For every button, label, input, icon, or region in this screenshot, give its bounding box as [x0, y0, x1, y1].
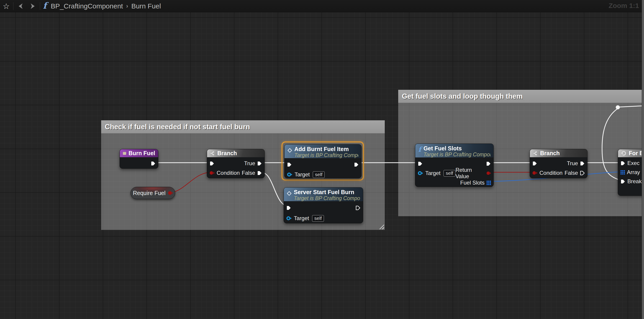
back-button[interactable]	[14, 0, 27, 12]
branch-icon	[210, 151, 215, 156]
bool-out-pin[interactable]	[168, 191, 173, 195]
star-icon: ☆	[3, 2, 10, 10]
breadcrumb: BP_CraftingComponent › Burn Fuel	[51, 2, 161, 10]
node-title: Branch	[540, 150, 560, 156]
fuel-slots-array-pin[interactable]: Fuel Slots	[460, 180, 491, 186]
loop-icon	[621, 150, 626, 156]
event-box-icon	[123, 151, 126, 156]
exec-in-pin[interactable]: Exec	[620, 160, 640, 166]
target-self-value[interactable]: self	[312, 215, 324, 222]
exec-in-pin[interactable]	[286, 206, 291, 210]
exec-out-pin[interactable]	[151, 161, 156, 166]
toolbar-divider	[40, 2, 40, 10]
exec-out-pin[interactable]	[356, 206, 360, 210]
forward-arrow-icon	[30, 3, 36, 10]
array-grid-icon	[486, 181, 491, 185]
comment-title: Check if fuel is needed if not start fue…	[105, 123, 250, 131]
exec-in-pin[interactable]	[210, 161, 214, 166]
condition-pin[interactable]: Condition	[532, 170, 562, 176]
node-title: Add Burnt Fuel Item	[294, 146, 358, 152]
target-pin[interactable]: Target self	[286, 215, 324, 222]
array-grid-icon	[620, 170, 625, 174]
breadcrumb-blueprint[interactable]: BP_CraftingComponent	[51, 2, 123, 10]
forward-button[interactable]	[27, 0, 39, 12]
node-title: Get Fuel Slots	[424, 145, 490, 152]
node-subtitle: Target is BP Crafting Component	[294, 152, 358, 158]
exec-in-pin[interactable]	[418, 161, 422, 166]
back-arrow-icon	[17, 3, 24, 10]
node-require-fuel-variable[interactable]: Require Fuel	[130, 187, 175, 199]
branch-icon	[533, 151, 538, 156]
target-self-value[interactable]: self	[313, 171, 325, 178]
return-value-pin[interactable]: Return Value	[456, 167, 491, 180]
comment-header-check-fuel[interactable]: Check if fuel is needed if not start fue…	[101, 120, 385, 133]
node-title: Branch	[217, 150, 237, 156]
target-self-value[interactable]: self	[444, 170, 456, 176]
breadcrumb-function[interactable]: Burn Fuel	[131, 2, 161, 10]
break-in-pin[interactable]: Break	[620, 178, 642, 184]
graph-toolbar: ☆ f BP_CraftingComponent › Burn Fuel	[0, 0, 644, 12]
node-title: Server Start Fuel Burn	[294, 189, 360, 196]
target-pin[interactable]: Target self	[418, 170, 456, 176]
exec-false-pin[interactable]: False	[242, 170, 262, 176]
function-diamond-icon	[287, 191, 292, 196]
breadcrumb-chevron-icon: ›	[126, 2, 128, 10]
blueprint-graph-canvas[interactable]: Check if fuel is needed if not start fue…	[0, 0, 644, 319]
exec-true-pin[interactable]: True	[244, 160, 262, 166]
node-server-start-fuel-burn[interactable]: Server Start Fuel Burn Target is BP Craf…	[284, 187, 363, 223]
node-add-burnt-fuel-item[interactable]: Add Burnt Fuel Item Target is BP Craftin…	[284, 144, 362, 178]
node-for-each-loop[interactable]: For Each Exec Array	[618, 149, 644, 196]
function-diamond-icon	[288, 148, 292, 153]
exec-out-pin[interactable]	[354, 162, 359, 167]
variable-name: Require Fuel	[133, 190, 166, 196]
node-title: Burn Fuel	[128, 150, 155, 156]
zoom-level-indicator: Zoom 1:1	[609, 2, 639, 10]
exec-in-pin[interactable]	[287, 162, 292, 167]
array-in-pin[interactable]: Array	[620, 169, 640, 176]
toolbar-divider	[13, 2, 14, 10]
node-subtitle: Target is BP Crafting Component	[424, 152, 490, 158]
node-burn-fuel[interactable]: Burn Fuel	[120, 149, 158, 168]
node-branch-2[interactable]: Branch True Condition False	[530, 149, 588, 178]
exec-in-pin[interactable]	[532, 161, 537, 166]
comment-title: Get fuel slots and loop though them	[402, 92, 522, 100]
node-branch-1[interactable]: Branch True Condition False	[207, 149, 265, 178]
target-pin[interactable]: Target self	[287, 171, 324, 178]
function-f-icon: f	[43, 1, 46, 10]
favorite-star-button[interactable]: ☆	[0, 0, 12, 12]
comment-header-loop-slots[interactable]: Get fuel slots and loop though them	[398, 90, 644, 103]
exec-true-pin[interactable]: True	[567, 160, 585, 166]
exec-false-pin[interactable]: False	[564, 170, 585, 176]
condition-pin[interactable]: Condition	[210, 170, 240, 176]
exec-out-pin[interactable]	[486, 161, 491, 166]
node-get-fuel-slots[interactable]: f Get Fuel Slots Target is BP Crafting C…	[415, 144, 494, 187]
node-subtitle: Target is BP Crafting Component	[294, 196, 360, 201]
vertical-scrollbar[interactable]	[642, 0, 644, 319]
function-f-icon: f	[418, 146, 421, 153]
